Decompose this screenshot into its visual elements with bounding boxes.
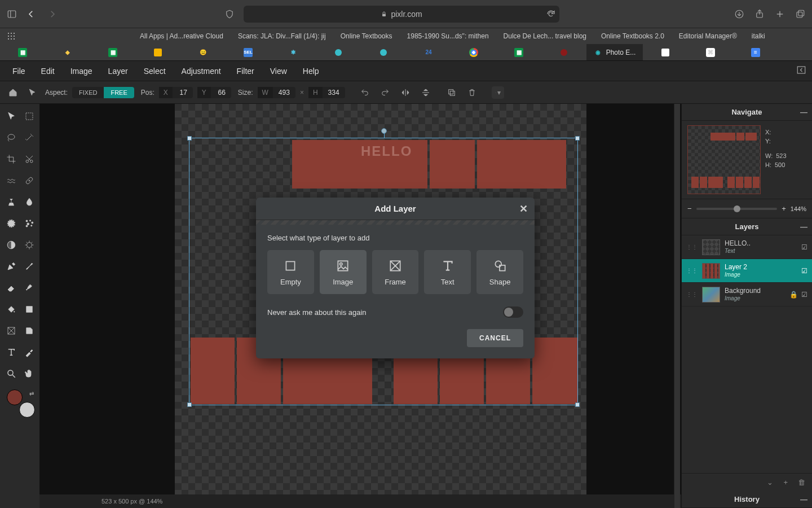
drag-handle-icon[interactable]: ⋮⋮ bbox=[686, 294, 698, 296]
tab[interactable] bbox=[316, 44, 361, 60]
cancel-button[interactable]: CANCEL bbox=[467, 329, 523, 347]
minimize-icon[interactable]: — bbox=[800, 222, 807, 231]
delete-layer-icon[interactable]: 🗑 bbox=[798, 478, 805, 487]
sticker-tool[interactable] bbox=[21, 323, 37, 339]
tab-active[interactable]: ◉Photo E... bbox=[586, 44, 643, 60]
brush-tool[interactable] bbox=[21, 259, 37, 274]
bookmark[interactable]: All Apps | Ad...reative Cloud bbox=[140, 32, 223, 40]
bookmark[interactable]: Dulce De Lech... travel blog bbox=[504, 32, 586, 40]
visibility-icon[interactable]: ☑ bbox=[801, 243, 807, 251]
sidebar-toggle-icon[interactable] bbox=[7, 9, 17, 19]
liquify-tool[interactable] bbox=[3, 173, 19, 189]
fg-color[interactable] bbox=[7, 389, 23, 405]
tab[interactable] bbox=[541, 44, 586, 60]
flip-v-icon[interactable] bbox=[420, 86, 432, 99]
pos-x[interactable]: X17 bbox=[159, 87, 193, 98]
delete-icon[interactable] bbox=[466, 86, 478, 99]
zoom-slider[interactable] bbox=[696, 208, 778, 210]
opt-text[interactable]: Text bbox=[424, 250, 471, 294]
aspect-fixed[interactable]: FIXED bbox=[72, 87, 104, 98]
never-ask-toggle[interactable] bbox=[503, 306, 523, 318]
redo-icon[interactable] bbox=[379, 86, 391, 99]
lasso-tool[interactable] bbox=[3, 130, 19, 146]
arrow-tool-icon[interactable] bbox=[26, 86, 38, 99]
sharpen-tool[interactable] bbox=[21, 237, 37, 253]
tabs-icon[interactable] bbox=[795, 9, 805, 19]
eraser-tool[interactable] bbox=[3, 280, 19, 296]
drag-handle-icon[interactable]: ⋮⋮ bbox=[686, 246, 698, 248]
size-h[interactable]: H334 bbox=[308, 87, 345, 98]
bookmark[interactable]: 1985-1990 Su...ds": mithen bbox=[407, 32, 489, 40]
zoom-tool[interactable] bbox=[3, 366, 19, 382]
tab[interactable]: ▦ bbox=[0, 44, 45, 60]
new-tab-icon[interactable] bbox=[775, 9, 785, 19]
wand-tool[interactable] bbox=[21, 130, 37, 146]
tab[interactable]: ✱ bbox=[271, 44, 316, 60]
crop-tool[interactable] bbox=[3, 151, 19, 167]
dodge-tool[interactable] bbox=[3, 237, 19, 253]
layer-row-selected[interactable]: ⋮⋮ Layer 2Image ☑ bbox=[682, 259, 812, 283]
visibility-icon[interactable]: ☑ bbox=[801, 291, 807, 299]
add-layer-icon[interactable]: + bbox=[783, 478, 788, 487]
shape-tool[interactable] bbox=[21, 301, 37, 317]
flip-h-icon[interactable] bbox=[399, 86, 412, 99]
text-tool[interactable] bbox=[3, 344, 19, 360]
share-icon[interactable] bbox=[754, 9, 765, 19]
shield-icon[interactable] bbox=[224, 9, 235, 19]
apps-grid-icon[interactable] bbox=[8, 33, 15, 40]
color-wells[interactable]: ⇄ bbox=[7, 389, 35, 418]
menu-layer[interactable]: Layer bbox=[108, 67, 128, 76]
menu-filter[interactable]: Filter bbox=[237, 67, 254, 76]
pen-tool[interactable] bbox=[3, 259, 19, 274]
aspect-toggle[interactable]: FIXED FREE bbox=[72, 87, 134, 98]
tab[interactable]: ◆ bbox=[45, 44, 90, 60]
menu-help[interactable]: Help bbox=[303, 67, 319, 76]
menu-file[interactable]: File bbox=[12, 67, 25, 76]
menu-adjustment[interactable]: Adjustment bbox=[182, 67, 221, 76]
menu-view[interactable]: View bbox=[270, 67, 287, 76]
zoom-in[interactable]: + bbox=[782, 204, 786, 213]
eyedropper-tool[interactable] bbox=[21, 344, 37, 360]
bookmark[interactable]: Scans: JLA: Div...Fall (1/4): jij bbox=[238, 32, 326, 40]
tab[interactable]: ≡ bbox=[733, 44, 778, 60]
opt-empty[interactable]: Empty bbox=[267, 250, 314, 294]
drag-handle-icon[interactable]: ⋮⋮ bbox=[686, 270, 698, 272]
tab[interactable] bbox=[361, 44, 406, 60]
menu-edit[interactable]: Edit bbox=[41, 67, 55, 76]
blur-tool[interactable] bbox=[21, 194, 37, 210]
tab[interactable] bbox=[643, 44, 688, 60]
size-w[interactable]: W493 bbox=[258, 87, 295, 98]
panel-collapse-icon[interactable] bbox=[796, 65, 806, 77]
tab[interactable] bbox=[135, 44, 180, 60]
bookmark[interactable]: Online Textbooks 2.0 bbox=[601, 32, 664, 40]
bookmark[interactable]: italki bbox=[752, 32, 765, 40]
tab[interactable] bbox=[451, 44, 496, 60]
navigator-thumb[interactable] bbox=[687, 125, 761, 194]
opt-shape[interactable]: Shape bbox=[476, 250, 523, 294]
heal-tool[interactable] bbox=[21, 173, 37, 189]
swap-colors-icon[interactable]: ⇄ bbox=[29, 391, 34, 397]
menu-image[interactable]: Image bbox=[70, 67, 92, 76]
bookmark[interactable]: Online Textbooks bbox=[341, 32, 392, 40]
tab[interactable]: 24 bbox=[406, 44, 451, 60]
layer-row[interactable]: ⋮⋮ BackgroundImage 🔒☑ bbox=[682, 283, 812, 306]
settings-icon[interactable]: ▾ bbox=[492, 86, 504, 99]
close-icon[interactable]: ✕ bbox=[519, 203, 528, 215]
back-icon[interactable] bbox=[26, 9, 36, 19]
disperse-tool[interactable] bbox=[21, 216, 37, 231]
minimize-icon[interactable]: — bbox=[800, 108, 807, 116]
move-tool[interactable] bbox=[3, 108, 19, 124]
address-bar[interactable]: pixlr.com bbox=[244, 6, 559, 23]
hand-tool[interactable] bbox=[21, 366, 37, 382]
gradient-tool[interactable] bbox=[3, 216, 19, 231]
duplicate-icon[interactable] bbox=[445, 86, 458, 99]
clone-tool[interactable] bbox=[3, 194, 19, 210]
reload-icon[interactable] bbox=[546, 9, 556, 19]
cut-tool[interactable] bbox=[21, 151, 37, 167]
download-icon[interactable] bbox=[734, 9, 744, 19]
zoom-out[interactable]: − bbox=[687, 204, 692, 213]
visibility-icon[interactable]: ☑ bbox=[801, 267, 807, 275]
tab[interactable]: ▦ bbox=[496, 44, 541, 60]
layer-row[interactable]: ⋮⋮ HELLO..Text ☑ bbox=[682, 235, 812, 259]
lock-icon[interactable]: 🔒 bbox=[789, 291, 798, 299]
